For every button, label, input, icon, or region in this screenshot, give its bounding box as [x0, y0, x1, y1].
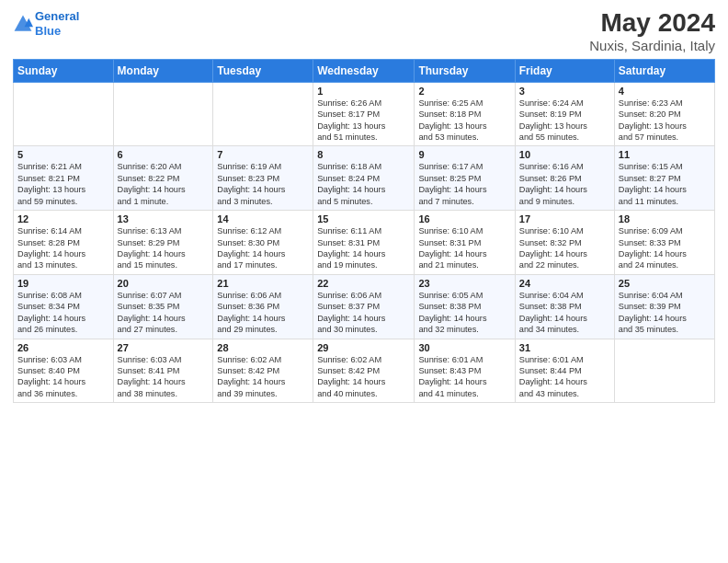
calendar-day-cell — [14, 82, 114, 146]
day-number: 8 — [317, 149, 410, 160]
day-number: 31 — [519, 342, 610, 353]
calendar-day-header: Monday — [113, 59, 213, 82]
day-info: Sunrise: 6:16 AMSunset: 8:26 PMDaylight:… — [519, 161, 610, 207]
calendar-day-cell: 1Sunrise: 6:26 AMSunset: 8:17 PMDaylight… — [313, 82, 415, 146]
day-number: 1 — [317, 86, 410, 97]
calendar-day-header: Friday — [515, 59, 614, 82]
logo: General Blue — [13, 9, 79, 38]
calendar-day-cell: 15Sunrise: 6:11 AMSunset: 8:31 PMDayligh… — [313, 211, 415, 275]
calendar-day-cell: 25Sunrise: 6:04 AMSunset: 8:39 PMDayligh… — [614, 274, 714, 339]
day-info: Sunrise: 6:13 AMSunset: 8:29 PMDaylight:… — [118, 225, 210, 271]
logo-general: General — [35, 9, 79, 23]
day-info: Sunrise: 6:10 AMSunset: 8:32 PMDaylight:… — [519, 225, 610, 271]
subtitle: Nuxis, Sardinia, Italy — [589, 38, 715, 53]
calendar-week-row: 1Sunrise: 6:26 AMSunset: 8:17 PMDaylight… — [14, 82, 715, 146]
day-info: Sunrise: 6:14 AMSunset: 8:28 PMDaylight:… — [17, 225, 109, 271]
calendar-day-cell: 4Sunrise: 6:23 AMSunset: 8:20 PMDaylight… — [614, 82, 714, 146]
day-number: 3 — [519, 86, 610, 97]
day-info: Sunrise: 6:05 AMSunset: 8:38 PMDaylight:… — [418, 290, 510, 336]
day-number: 19 — [17, 278, 109, 289]
day-number: 16 — [418, 213, 510, 224]
day-info: Sunrise: 6:12 AMSunset: 8:30 PMDaylight:… — [217, 225, 309, 271]
day-info: Sunrise: 6:02 AMSunset: 8:42 PMDaylight:… — [217, 354, 309, 400]
calendar-day-header: Sunday — [14, 59, 114, 82]
calendar-week-row: 19Sunrise: 6:08 AMSunset: 8:34 PMDayligh… — [14, 274, 715, 339]
calendar-day-cell: 31Sunrise: 6:01 AMSunset: 8:44 PMDayligh… — [515, 339, 614, 403]
logo-text: General Blue — [35, 9, 79, 38]
day-info: Sunrise: 6:07 AMSunset: 8:35 PMDaylight:… — [118, 290, 210, 336]
calendar-week-row: 5Sunrise: 6:21 AMSunset: 8:21 PMDaylight… — [14, 146, 715, 211]
calendar-day-cell: 14Sunrise: 6:12 AMSunset: 8:30 PMDayligh… — [213, 211, 313, 275]
day-number: 23 — [418, 278, 510, 289]
calendar-day-cell: 30Sunrise: 6:01 AMSunset: 8:43 PMDayligh… — [415, 339, 515, 403]
day-number: 25 — [619, 278, 711, 289]
day-info: Sunrise: 6:08 AMSunset: 8:34 PMDaylight:… — [17, 290, 109, 336]
calendar-day-cell: 22Sunrise: 6:06 AMSunset: 8:37 PMDayligh… — [313, 274, 415, 339]
calendar-day-cell: 16Sunrise: 6:10 AMSunset: 8:31 PMDayligh… — [415, 211, 515, 275]
calendar-day-cell: 12Sunrise: 6:14 AMSunset: 8:28 PMDayligh… — [14, 211, 114, 275]
calendar-day-cell: 5Sunrise: 6:21 AMSunset: 8:21 PMDaylight… — [14, 146, 114, 211]
day-number: 20 — [118, 278, 210, 289]
day-info: Sunrise: 6:06 AMSunset: 8:36 PMDaylight:… — [217, 290, 309, 336]
calendar-day-cell: 20Sunrise: 6:07 AMSunset: 8:35 PMDayligh… — [113, 274, 213, 339]
day-info: Sunrise: 6:01 AMSunset: 8:43 PMDaylight:… — [418, 354, 510, 400]
calendar-day-cell: 29Sunrise: 6:02 AMSunset: 8:42 PMDayligh… — [313, 339, 415, 403]
calendar-day-header: Saturday — [614, 59, 714, 82]
calendar-day-cell: 23Sunrise: 6:05 AMSunset: 8:38 PMDayligh… — [415, 274, 515, 339]
day-number: 21 — [217, 278, 309, 289]
day-number: 18 — [619, 213, 711, 224]
calendar-day-cell: 9Sunrise: 6:17 AMSunset: 8:25 PMDaylight… — [415, 146, 515, 211]
main-title: May 2024 — [589, 9, 715, 38]
calendar-day-cell: 28Sunrise: 6:02 AMSunset: 8:42 PMDayligh… — [213, 339, 313, 403]
calendar-day-cell: 24Sunrise: 6:04 AMSunset: 8:38 PMDayligh… — [515, 274, 614, 339]
day-number: 4 — [619, 86, 711, 97]
calendar-table: SundayMondayTuesdayWednesdayThursdayFrid… — [13, 59, 715, 403]
day-info: Sunrise: 6:01 AMSunset: 8:44 PMDaylight:… — [519, 354, 610, 400]
day-number: 29 — [317, 342, 410, 353]
day-number: 12 — [17, 213, 109, 224]
day-number: 28 — [217, 342, 309, 353]
day-number: 22 — [317, 278, 410, 289]
day-number: 11 — [619, 149, 711, 160]
day-info: Sunrise: 6:17 AMSunset: 8:25 PMDaylight:… — [418, 161, 510, 207]
logo-icon — [13, 14, 33, 34]
page: General Blue May 2024 Nuxis, Sardinia, I… — [0, 0, 728, 563]
calendar-day-cell: 6Sunrise: 6:20 AMSunset: 8:22 PMDaylight… — [113, 146, 213, 211]
header: General Blue May 2024 Nuxis, Sardinia, I… — [13, 9, 715, 53]
calendar-day-header: Tuesday — [213, 59, 313, 82]
calendar-day-cell: 13Sunrise: 6:13 AMSunset: 8:29 PMDayligh… — [113, 211, 213, 275]
calendar-day-cell: 8Sunrise: 6:18 AMSunset: 8:24 PMDaylight… — [313, 146, 415, 211]
calendar-day-cell: 11Sunrise: 6:15 AMSunset: 8:27 PMDayligh… — [614, 146, 714, 211]
day-number: 10 — [519, 149, 610, 160]
calendar-day-header: Wednesday — [313, 59, 415, 82]
day-number: 7 — [217, 149, 309, 160]
calendar-day-cell: 19Sunrise: 6:08 AMSunset: 8:34 PMDayligh… — [14, 274, 114, 339]
day-info: Sunrise: 6:11 AMSunset: 8:31 PMDaylight:… — [317, 225, 410, 271]
calendar-header-row: SundayMondayTuesdayWednesdayThursdayFrid… — [14, 59, 715, 82]
calendar-day-cell — [213, 82, 313, 146]
day-number: 27 — [118, 342, 210, 353]
calendar-day-cell: 18Sunrise: 6:09 AMSunset: 8:33 PMDayligh… — [614, 211, 714, 275]
day-info: Sunrise: 6:10 AMSunset: 8:31 PMDaylight:… — [418, 225, 510, 271]
day-number: 14 — [217, 213, 309, 224]
calendar-day-cell: 10Sunrise: 6:16 AMSunset: 8:26 PMDayligh… — [515, 146, 614, 211]
day-info: Sunrise: 6:09 AMSunset: 8:33 PMDaylight:… — [619, 225, 711, 271]
day-info: Sunrise: 6:21 AMSunset: 8:21 PMDaylight:… — [17, 161, 109, 207]
logo-blue: Blue — [35, 24, 61, 38]
calendar-week-row: 26Sunrise: 6:03 AMSunset: 8:40 PMDayligh… — [14, 339, 715, 403]
day-info: Sunrise: 6:25 AMSunset: 8:18 PMDaylight:… — [418, 98, 510, 144]
day-number: 5 — [17, 149, 109, 160]
calendar-day-cell — [113, 82, 213, 146]
day-info: Sunrise: 6:06 AMSunset: 8:37 PMDaylight:… — [317, 290, 410, 336]
day-number: 30 — [418, 342, 510, 353]
calendar-day-cell: 27Sunrise: 6:03 AMSunset: 8:41 PMDayligh… — [113, 339, 213, 403]
calendar-day-cell: 26Sunrise: 6:03 AMSunset: 8:40 PMDayligh… — [14, 339, 114, 403]
day-info: Sunrise: 6:04 AMSunset: 8:39 PMDaylight:… — [619, 290, 711, 336]
day-number: 15 — [317, 213, 410, 224]
day-info: Sunrise: 6:03 AMSunset: 8:41 PMDaylight:… — [118, 354, 210, 400]
day-number: 26 — [17, 342, 109, 353]
day-number: 9 — [418, 149, 510, 160]
calendar-day-cell: 2Sunrise: 6:25 AMSunset: 8:18 PMDaylight… — [415, 82, 515, 146]
calendar-day-cell — [614, 339, 714, 403]
day-info: Sunrise: 6:02 AMSunset: 8:42 PMDaylight:… — [317, 354, 410, 400]
